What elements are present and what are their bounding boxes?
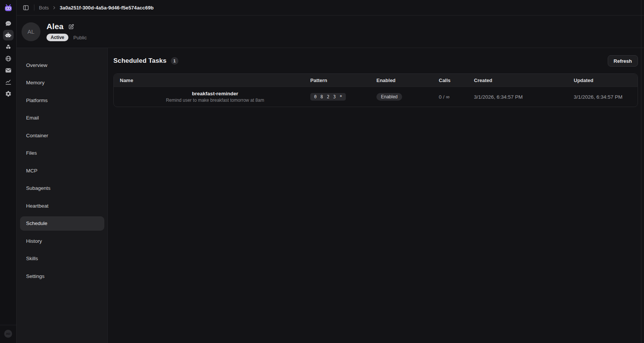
refresh-button[interactable]: Refresh	[608, 55, 638, 67]
calls-value: 0 / ∞	[439, 94, 449, 100]
sidebar-item-files[interactable]: Files	[20, 146, 104, 160]
sidebar-item-platforms[interactable]: Platforms	[20, 93, 104, 107]
chat-icon[interactable]	[3, 18, 14, 29]
robot-logo-icon	[3, 3, 13, 13]
app-logo[interactable]	[0, 0, 16, 16]
task-calls-cell: 0 / ∞	[439, 87, 474, 107]
bot-name: Alea	[46, 22, 63, 31]
bot-avatar: AL	[22, 22, 40, 41]
bot-icon[interactable]	[3, 30, 14, 40]
chevron-right-icon	[52, 5, 57, 10]
column-header-updated: Updated	[574, 74, 638, 87]
sidebar-item-mcp[interactable]: MCP	[20, 163, 104, 178]
column-header-created: Created	[474, 74, 574, 87]
rail-footer: AD	[0, 325, 16, 343]
enabled-badge: Enabled	[376, 93, 402, 101]
sidebar-item-overview[interactable]: Overview	[20, 58, 104, 72]
task-created-cell: 3/1/2026, 6:34:57 PM	[474, 87, 574, 107]
sidebar-item-skills[interactable]: Skills	[20, 251, 104, 266]
column-header-pattern: Pattern	[310, 74, 376, 87]
panel-left-icon	[23, 5, 29, 11]
task-name: breakfast-reminder	[192, 91, 238, 96]
main-header: Scheduled Tasks 1 Refresh	[113, 55, 638, 67]
column-header-enabled: Enabled	[376, 74, 439, 87]
task-name-cell: breakfast-reminder Remind user to make b…	[114, 87, 310, 107]
rail-nav	[3, 18, 14, 99]
chart-icon[interactable]	[3, 77, 14, 87]
created-value: 3/1/2026, 6:34:57 PM	[474, 94, 523, 100]
sidebar-item-memory[interactable]: Memory	[20, 76, 104, 90]
sidebar-toggle-button[interactable]	[20, 2, 31, 13]
sidebar-item-email[interactable]: Email	[20, 111, 104, 125]
user-avatar[interactable]: AD	[4, 330, 12, 338]
task-description: Remind user to make breakfast tomorrow a…	[166, 98, 264, 103]
sidebar-item-heartbeat[interactable]: Heartbeat	[20, 199, 104, 213]
breadcrumb: Bots 3a0a251f-300d-4a5a-9d46-f5e574acc69…	[39, 5, 154, 11]
gear-icon[interactable]	[3, 88, 14, 99]
column-header-calls: Calls	[439, 74, 474, 87]
sidebar-item-container[interactable]: Container	[20, 128, 104, 143]
scrollbar-track[interactable]	[641, 0, 641, 343]
task-updated-cell: 3/1/2026, 6:34:57 PM	[574, 87, 638, 107]
nodes-icon[interactable]	[3, 42, 14, 52]
status-badge: Active	[46, 34, 68, 41]
sidebar-item-schedule[interactable]: Schedule	[20, 216, 104, 231]
sidebar-item-subagents[interactable]: Subagents	[20, 181, 104, 196]
cron-pattern-chip: 0 8 2 3 *	[310, 93, 346, 101]
edit-pencil-icon	[68, 24, 74, 29]
bot-header: AL Alea Active Public	[17, 16, 644, 48]
column-header-name: Name	[114, 74, 310, 87]
page-title: Scheduled Tasks	[113, 57, 167, 65]
sidebar-item-history[interactable]: History	[20, 234, 104, 248]
app-window: AD Bots 3a0a251f-300d-4a5a-9d46-f5e574ac…	[0, 0, 644, 343]
visibility-label: Public	[73, 35, 87, 40]
bot-sidebar: Overview Memory Platforms Email Containe…	[17, 48, 108, 343]
bot-meta: Alea Active Public	[46, 22, 87, 41]
mail-icon[interactable]	[3, 65, 14, 76]
breadcrumb-bot-id: 3a0a251f-300d-4a5a-9d46-f5e574acc69b	[60, 5, 154, 11]
main-content: Scheduled Tasks 1 Refresh Name Pattern E…	[108, 48, 644, 343]
topbar: Bots 3a0a251f-300d-4a5a-9d46-f5e574acc69…	[17, 0, 644, 16]
sidebar-item-settings[interactable]: Settings	[20, 269, 104, 283]
globe-icon[interactable]	[3, 53, 14, 64]
table-row[interactable]: breakfast-reminder Remind user to make b…	[114, 87, 638, 107]
breadcrumb-bots-link[interactable]: Bots	[39, 5, 49, 11]
topbar-separator	[34, 5, 34, 11]
task-pattern-cell: 0 8 2 3 *	[310, 87, 376, 107]
edit-name-button[interactable]	[68, 24, 74, 29]
task-count-badge: 1	[171, 57, 178, 65]
icon-rail: AD	[0, 0, 17, 343]
table-header-row: Name Pattern Enabled Calls Created Updat…	[114, 74, 638, 87]
updated-value: 3/1/2026, 6:34:57 PM	[574, 94, 622, 100]
task-enabled-cell: Enabled	[376, 87, 439, 107]
scheduled-tasks-table: Name Pattern Enabled Calls Created Updat…	[113, 73, 638, 107]
